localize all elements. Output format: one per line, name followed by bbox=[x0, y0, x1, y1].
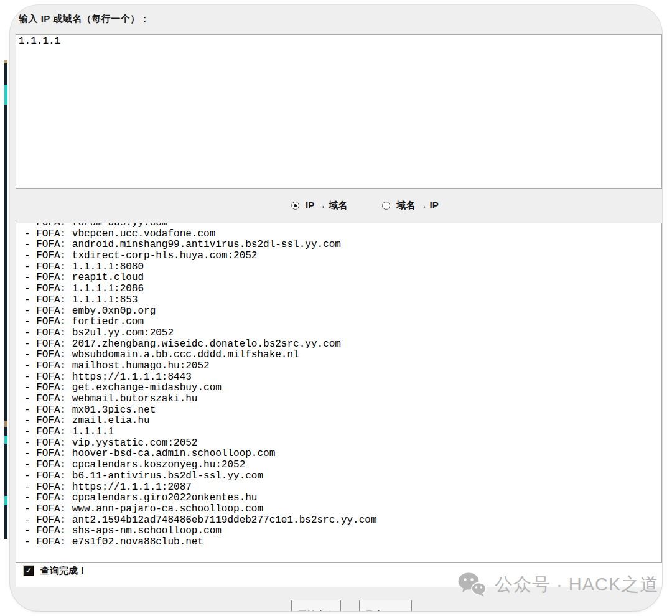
result-line: - FOFA: e7s1f02.nova88club.net bbox=[24, 537, 661, 548]
result-line: - FOFA: vip.yystatic.com:2052 bbox=[24, 438, 661, 449]
edge-marker-teal-3 bbox=[4, 496, 7, 505]
result-line: - FOFA: https://1.1.1.1:8443 bbox=[24, 372, 661, 383]
result-line: - FOFA: mailhost.humago.hu:2052 bbox=[24, 361, 661, 372]
query-complete-label: 查询完成！ bbox=[40, 565, 87, 577]
radio-icon bbox=[382, 202, 390, 210]
start-query-button[interactable]: 开始查询 bbox=[291, 600, 341, 611]
result-line: - FOFA: hoover-bsd-ca.admin.schoolloop.c… bbox=[24, 449, 661, 460]
result-line: - FOFA: webmail.butorszaki.hu bbox=[24, 394, 661, 405]
result-line: - FOFA: fortiedr.com bbox=[24, 317, 661, 328]
action-buttons: 开始查询导出 CSV bbox=[291, 600, 412, 611]
result-line: - FOFA: https://1.1.1.1:2087 bbox=[24, 482, 661, 493]
result-line: - FOFA: zmail.elia.hu bbox=[24, 416, 661, 427]
input-label: 输入 IP 或域名（每行一个）： bbox=[19, 13, 149, 25]
result-line: - FOFA: 1.1.1.1:853 bbox=[24, 295, 661, 306]
mode-domain-to-ip[interactable]: 域名 → IP bbox=[382, 200, 439, 212]
result-line: - FOFA: 1.1.1.1:8080 bbox=[24, 262, 661, 273]
ip-domain-lookup-window: 输入 IP 或域名（每行一个）： 1.1.1.1 IP → 域名 域名 → IP… bbox=[10, 5, 662, 611]
result-line: - FOFA: 1.1.1.1:2086 bbox=[24, 284, 661, 295]
result-line: - FOFA: wbsubdomain.a.bb.ccc.dddd.milfsh… bbox=[24, 350, 661, 361]
results-listbox[interactable]: - FOFA: forum-bbs.yy.com- FOFA: vbcpcen.… bbox=[16, 223, 662, 563]
result-line: - FOFA: get.exchange-midasbuy.com bbox=[24, 383, 661, 394]
mode-radio-label: IP → 域名 bbox=[306, 200, 347, 212]
result-line: - FOFA: emby.0xn0p.org bbox=[24, 306, 661, 317]
edge-marker-teal-1 bbox=[4, 85, 7, 105]
result-line: - FOFA: mx01.3pics.net bbox=[24, 405, 661, 416]
result-line: - FOFA: www.ann-pajaro-ca.schoolloop.com bbox=[24, 504, 661, 515]
result-line: - FOFA: reapit.cloud bbox=[24, 273, 661, 284]
query-complete-checkbox[interactable]: ✓ bbox=[24, 566, 34, 576]
result-line: - FOFA: android.minshang99.antivirus.bs2… bbox=[24, 240, 661, 251]
mode-radio-label: 域名 → IP bbox=[396, 200, 439, 212]
edge-marker-tan-top bbox=[4, 60, 7, 63]
mode-ip-to-domain[interactable]: IP → 域名 bbox=[291, 200, 347, 212]
export-csv-button[interactable]: 导出 CSV bbox=[359, 600, 412, 611]
edge-marker-tan-2 bbox=[4, 421, 7, 427]
result-line: - FOFA: cpcalendars.giro2022onkentes.hu bbox=[24, 493, 661, 504]
edge-marker-teal-2 bbox=[4, 436, 7, 444]
result-line: - FOFA: b6.11-antivirus.bs2dl-ssl.yy.com bbox=[24, 471, 661, 482]
results-lines: - FOFA: forum-bbs.yy.com- FOFA: vbcpcen.… bbox=[24, 223, 661, 548]
result-line: - FOFA: cpcalendars.koszonyeg.hu:2052 bbox=[24, 460, 661, 471]
result-line: - FOFA: vbcpcen.ucc.vodafone.com bbox=[24, 229, 661, 240]
mode-radio-group: IP → 域名 域名 → IP bbox=[291, 189, 439, 223]
result-line: - FOFA: 1.1.1.1 bbox=[24, 427, 661, 438]
background-window-edge bbox=[4, 60, 7, 539]
result-line: - FOFA: ant2.1594b12ad748486eb7119ddeb27… bbox=[24, 515, 661, 526]
ip-domain-input[interactable]: 1.1.1.1 bbox=[16, 34, 662, 189]
result-line: - FOFA: shs-aps-nm.schoolloop.com bbox=[24, 526, 661, 537]
result-line: - FOFA: 2017.zhengbang.wiseidc.donatelo.… bbox=[24, 339, 661, 350]
checkmark-icon: ✓ bbox=[26, 566, 32, 575]
result-line: - FOFA: bs2ul.yy.com:2052 bbox=[24, 328, 661, 339]
radio-icon bbox=[291, 202, 299, 210]
result-line: - FOFA: txdirect-corp-hls.huya.com:2052 bbox=[24, 251, 661, 262]
status-row: ✓ 查询完成！ bbox=[16, 563, 662, 587]
